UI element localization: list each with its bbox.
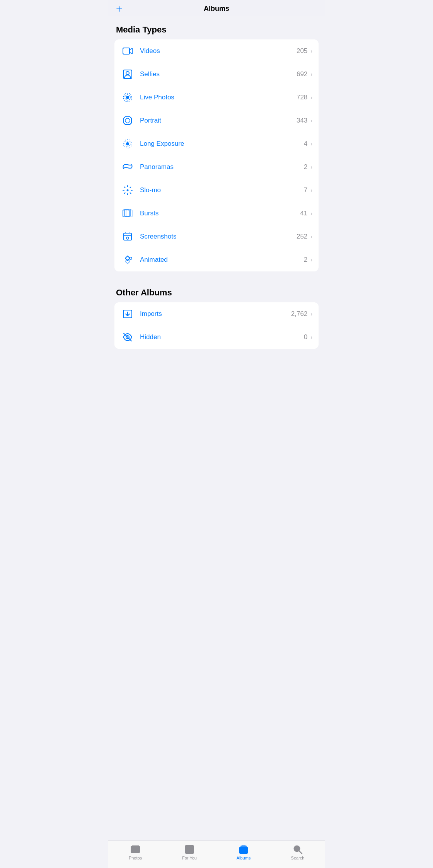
videos-count: 205: [297, 47, 307, 55]
bursts-label: Bursts: [140, 210, 300, 217]
long-exposure-icon: [121, 137, 135, 151]
live-photos-chevron: ›: [310, 94, 312, 101]
slomo-icon: [121, 183, 135, 197]
media-types-section: Media Types: [108, 16, 325, 39]
hidden-icon: [121, 330, 135, 344]
list-item-videos[interactable]: Videos 205 ›: [114, 39, 319, 63]
nav-bar: + Albums: [108, 0, 325, 16]
list-item-selfies[interactable]: Selfies 692 ›: [114, 63, 319, 86]
portrait-icon: [121, 114, 135, 128]
list-item-portrait[interactable]: Portrait 343 ›: [114, 109, 319, 132]
live-photos-count: 728: [297, 94, 307, 101]
videos-label: Videos: [140, 47, 297, 55]
media-types-list-wrapper: Videos 205 › Selfies 692 ›: [108, 39, 325, 271]
hidden-label: Hidden: [140, 333, 304, 341]
panoramas-chevron: ›: [310, 164, 312, 170]
list-item-panoramas[interactable]: Panoramas 2 ›: [114, 155, 319, 179]
video-icon: [121, 44, 135, 58]
hidden-chevron: ›: [310, 334, 312, 340]
screenshots-chevron: ›: [310, 234, 312, 240]
screenshots-count: 252: [297, 233, 307, 240]
list-item-long-exposure[interactable]: Long Exposure 4 ›: [114, 132, 319, 155]
portrait-count: 343: [297, 117, 307, 124]
list-item-animated[interactable]: Animated 2 ›: [114, 248, 319, 271]
other-albums-title: Other Albums: [116, 288, 317, 298]
slo-mo-label: Slo-mo: [140, 186, 304, 194]
panoramas-count: 2: [304, 163, 307, 171]
long-exposure-chevron: ›: [310, 141, 312, 147]
panorama-icon: [121, 160, 135, 174]
animated-chevron: ›: [310, 257, 312, 263]
nav-title: Albums: [204, 5, 229, 13]
list-item-slo-mo[interactable]: Slo-mo 7 ›: [114, 179, 319, 202]
panoramas-label: Panoramas: [140, 163, 304, 171]
svg-line-17: [124, 193, 125, 193]
svg-point-6: [126, 142, 129, 145]
hidden-count: 0: [304, 333, 307, 341]
portrait-label: Portrait: [140, 117, 297, 124]
screenshots-label: Screenshots: [140, 233, 297, 240]
svg-line-15: [130, 193, 131, 193]
list-item-bursts[interactable]: Bursts 41 ›: [114, 202, 319, 225]
screenshot-icon: [121, 230, 135, 244]
add-album-button[interactable]: +: [116, 3, 122, 14]
list-item-imports[interactable]: Imports 2,762 ›: [114, 302, 319, 326]
list-item-hidden[interactable]: Hidden 0 ›: [114, 326, 319, 349]
long-exposure-count: 4: [304, 140, 307, 148]
other-albums-list-wrapper: Imports 2,762 › Hidden 0 ›: [108, 302, 325, 349]
svg-rect-0: [123, 48, 130, 54]
bursts-chevron: ›: [310, 210, 312, 217]
imports-count: 2,762: [291, 310, 308, 318]
media-types-title: Media Types: [116, 25, 317, 35]
animated-label: Animated: [140, 256, 304, 264]
svg-point-9: [127, 189, 129, 191]
slo-mo-count: 7: [304, 186, 307, 194]
selfies-label: Selfies: [140, 70, 297, 78]
animated-icon: [121, 253, 135, 267]
live-photos-label: Live Photos: [140, 94, 297, 101]
imports-label: Imports: [140, 310, 291, 318]
bursts-count: 41: [300, 210, 307, 217]
live-photos-icon: [121, 90, 135, 104]
portrait-chevron: ›: [310, 118, 312, 124]
selfies-count: 692: [297, 70, 307, 78]
slo-mo-chevron: ›: [310, 187, 312, 193]
selfie-icon: [121, 67, 135, 81]
selfies-chevron: ›: [310, 71, 312, 77]
list-item-screenshots[interactable]: Screenshots 252 ›: [114, 225, 319, 248]
imports-chevron: ›: [310, 311, 312, 317]
content-area: Media Types Videos 205 ›: [108, 16, 325, 395]
imports-icon: [121, 307, 135, 321]
svg-line-14: [124, 187, 125, 188]
svg-point-2: [126, 72, 129, 75]
bursts-icon: [121, 206, 135, 220]
other-albums-section: Other Albums: [108, 279, 325, 302]
animated-count: 2: [304, 256, 307, 264]
media-types-list: Videos 205 › Selfies 692 ›: [114, 39, 319, 271]
svg-line-16: [130, 187, 131, 188]
svg-point-3: [126, 96, 129, 99]
svg-point-22: [126, 237, 129, 239]
videos-chevron: ›: [310, 48, 312, 54]
other-albums-list: Imports 2,762 › Hidden 0 ›: [114, 302, 319, 349]
long-exposure-label: Long Exposure: [140, 140, 304, 148]
list-item-live-photos[interactable]: Live Photos 728 ›: [114, 86, 319, 109]
